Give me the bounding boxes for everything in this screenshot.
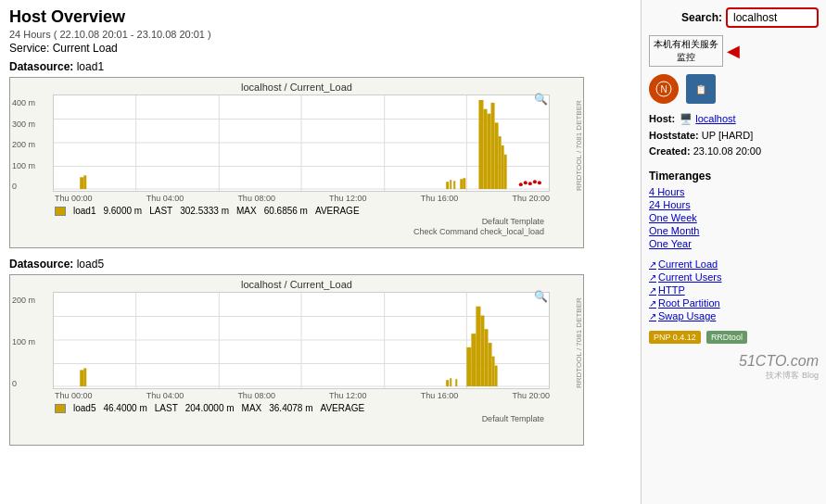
chart2-x-labels: Thu 00:00Thu 04:00Thu 08:00Thu 12:00Thu …: [55, 391, 550, 400]
y-label-3a: 200 m: [12, 140, 35, 149]
link-icon-5: ↗: [649, 311, 656, 321]
page-title: Host Overview: [9, 7, 631, 27]
svg-point-24: [519, 183, 523, 186]
chart1-right-label: RRDTOOL / 7081 DETBER: [575, 98, 583, 191]
legend-last-label2: LAST: [155, 403, 178, 413]
svg-rect-15: [495, 122, 499, 189]
legend-max-val2: 204.0000 m: [185, 403, 235, 413]
svg-rect-22: [460, 179, 463, 189]
svg-rect-47: [495, 365, 498, 386]
svg-rect-14: [491, 103, 495, 189]
link-icon-4: ↗: [649, 298, 656, 309]
legend-name1: load1: [73, 206, 95, 216]
legend-box2: [55, 404, 66, 413]
svg-point-26: [528, 182, 532, 185]
svg-rect-10: [83, 175, 86, 189]
rrd-badge: RRDtool: [706, 331, 747, 344]
chart1-svg: [54, 95, 549, 191]
created-value: 23.10.08 20:00: [693, 145, 761, 157]
sidebar: Search: 本机有相关服务监控 ◀ N 📋 Host: 🖥️ localho…: [641, 0, 826, 504]
svg-point-28: [538, 181, 541, 184]
legend-max-val1: 302.5333 m: [180, 206, 229, 216]
svg-rect-21: [453, 181, 455, 189]
svg-rect-17: [502, 145, 504, 189]
chart2-meta1: Default Template: [10, 414, 544, 423]
svg-text:📋: 📋: [695, 83, 707, 95]
y-label-1a: 400 m: [12, 98, 35, 107]
service-link-rootpartition[interactable]: ↗Root Partition: [649, 297, 819, 309]
legend-max-label2: MAX: [242, 403, 262, 413]
host-link[interactable]: localhost: [695, 113, 735, 124]
chart1-meta1: Default Template: [10, 217, 544, 226]
svg-rect-13: [488, 114, 491, 189]
search-input[interactable]: [726, 7, 819, 28]
red-arrow-icon: ◀: [727, 41, 740, 61]
timeranges-title: Timeranges: [649, 170, 819, 183]
svg-rect-42: [476, 307, 480, 386]
hoststate-line: Hoststate: UP [HARD]: [649, 128, 819, 145]
legend-max-label1: MAX: [236, 206, 257, 216]
svg-rect-46: [492, 357, 495, 386]
legend-avg-label2: AVERAGE: [321, 403, 365, 413]
datasource1-label: Datasource: load1: [9, 60, 631, 73]
link-icon-3: ↗: [649, 285, 656, 296]
datasource2-value: load5: [77, 258, 104, 271]
host-line: Host: 🖥️ localhost: [649, 111, 819, 128]
service-line: Service: Current Load: [9, 42, 631, 55]
svg-rect-18: [504, 155, 507, 189]
service-link-swapusage[interactable]: ↗Swap Usage: [649, 310, 819, 321]
zoom-icon1[interactable]: 🔍: [534, 93, 548, 106]
svg-rect-39: [83, 368, 86, 386]
watermark: 51CTO.com: [649, 353, 819, 370]
y-label-4a: 100 m: [12, 161, 35, 170]
chart2-svg: [54, 293, 549, 388]
legend-name2: load5: [73, 403, 95, 413]
chart1-title: localhost / Current_Load: [10, 78, 583, 93]
timerange-4h[interactable]: 4 Hours: [649, 186, 819, 197]
chinese-note-area: 本机有相关服务监控 ◀: [649, 35, 819, 67]
svg-text:N: N: [660, 84, 667, 94]
link-icon-1: ↗: [649, 259, 656, 270]
subtitle: 24 Hours ( 22.10.08 20:01 - 23.10.08 20:…: [9, 29, 631, 40]
search-bar: Search:: [649, 7, 819, 28]
timerange-24h[interactable]: 24 Hours: [649, 199, 819, 210]
timerange-year[interactable]: One Year: [649, 238, 819, 249]
y-label-5b: 0: [12, 379, 35, 388]
created-line: Created: 23.10.08 20:00: [649, 144, 819, 160]
legend-box1: [55, 207, 66, 216]
book-icon[interactable]: 📋: [686, 74, 716, 104]
legend-last-val1: 9.6000 m: [103, 206, 142, 216]
svg-rect-49: [450, 378, 451, 386]
svg-rect-43: [480, 316, 484, 387]
service-link-http[interactable]: ↗HTTP: [649, 284, 819, 296]
legend-avg-val2: 36.4078 m: [269, 403, 312, 413]
y-label-3b: 100 m: [12, 337, 35, 346]
search-label: Search:: [681, 11, 722, 24]
chinese-note: 本机有相关服务监控: [649, 35, 723, 67]
chart1-x-labels: Thu 00:00Thu 04:00Thu 08:00Thu 12:00Thu …: [55, 194, 550, 203]
timerange-week[interactable]: One Week: [649, 212, 819, 223]
chart1-meta2: Check Command check_local_load: [10, 227, 544, 236]
sidebar-icons: N 📋: [649, 74, 819, 104]
legend-avg-val1: 60.6856 m: [264, 206, 308, 216]
chart1-container: localhost / Current_Load 400 m 300 m 200…: [9, 77, 584, 248]
pnp-badge: PNP 0.4.12: [649, 331, 701, 344]
host-info: Host: 🖥️ localhost Hoststate: UP [HARD] …: [649, 111, 819, 160]
y-label-2a: 300 m: [12, 120, 35, 129]
service-link-currentusers[interactable]: ↗Current Users: [649, 271, 819, 283]
timerange-links: 4 Hours 24 Hours One Week One Month One …: [649, 186, 819, 249]
nagios-icon[interactable]: N: [649, 74, 679, 104]
timerange-month[interactable]: One Month: [649, 225, 819, 236]
zoom-icon2[interactable]: 🔍: [534, 290, 548, 303]
svg-rect-45: [489, 343, 492, 386]
datasource1-value: load1: [77, 60, 104, 73]
svg-rect-40: [466, 347, 471, 386]
chart2-container: localhost / Current_Load 200 m 100 m 0: [9, 274, 584, 446]
bottom-badges: PNP 0.4.12 RRDtool: [649, 331, 819, 344]
service-links: ↗Current Load ↗Current Users ↗HTTP ↗Root…: [649, 258, 819, 321]
svg-rect-38: [80, 370, 83, 386]
link-icon-2: ↗: [649, 272, 656, 283]
svg-rect-16: [499, 136, 502, 189]
service-link-currentload[interactable]: ↗Current Load: [649, 258, 819, 270]
svg-rect-41: [471, 334, 476, 386]
